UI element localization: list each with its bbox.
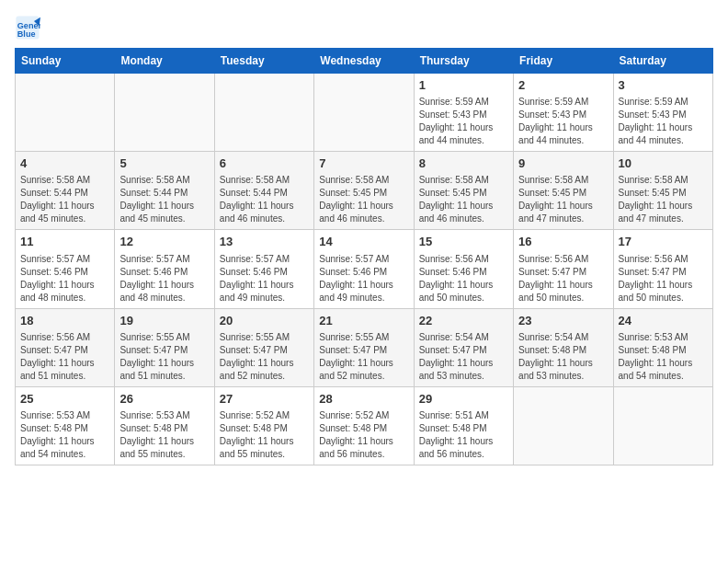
day-info: Sunrise: 5:56 AM Sunset: 5:47 PM Dayligh… [20,331,109,383]
col-header-sunday: Sunday [16,49,115,74]
day-number: 1 [419,77,508,94]
header: General Blue [15,15,713,40]
day-info: Sunrise: 5:58 AM Sunset: 5:45 PM Dayligh… [319,174,408,225]
calendar-cell [314,74,414,152]
day-number: 26 [119,391,209,408]
calendar-cell: 23Sunrise: 5:54 AM Sunset: 5:48 PM Dayli… [514,308,613,386]
calendar-cell: 21Sunrise: 5:55 AM Sunset: 5:47 PM Dayli… [314,308,414,386]
calendar-cell: 18Sunrise: 5:56 AM Sunset: 5:47 PM Dayli… [16,308,115,386]
day-info: Sunrise: 5:55 AM Sunset: 5:47 PM Dayligh… [119,331,209,383]
day-info: Sunrise: 5:52 AM Sunset: 5:48 PM Dayligh… [220,409,309,461]
calendar-cell: 27Sunrise: 5:52 AM Sunset: 5:48 PM Dayli… [214,386,313,465]
day-number: 20 [220,313,309,329]
calendar-cell: 19Sunrise: 5:55 AM Sunset: 5:47 PM Dayli… [115,308,214,386]
calendar-cell: 29Sunrise: 5:51 AM Sunset: 5:48 PM Dayli… [414,386,513,465]
day-info: Sunrise: 5:59 AM Sunset: 5:43 PM Dayligh… [419,96,508,147]
day-number: 6 [220,155,309,172]
calendar-cell: 12Sunrise: 5:57 AM Sunset: 5:46 PM Dayli… [115,230,214,308]
logo-icon: General Blue [15,15,40,40]
calendar-cell: 1Sunrise: 5:59 AM Sunset: 5:43 PM Daylig… [414,74,513,152]
col-header-wednesday: Wednesday [314,49,414,74]
calendar-week-row: 1Sunrise: 5:59 AM Sunset: 5:43 PM Daylig… [16,74,713,152]
day-info: Sunrise: 5:58 AM Sunset: 5:45 PM Dayligh… [419,174,508,225]
calendar-cell: 20Sunrise: 5:55 AM Sunset: 5:47 PM Dayli… [214,308,313,386]
calendar-cell: 3Sunrise: 5:59 AM Sunset: 5:43 PM Daylig… [613,74,712,152]
day-number: 27 [220,391,309,408]
day-number: 23 [518,313,608,329]
day-number: 18 [20,313,109,329]
calendar-week-row: 11Sunrise: 5:57 AM Sunset: 5:46 PM Dayli… [16,230,713,308]
day-number: 14 [319,234,408,250]
day-info: Sunrise: 5:53 AM Sunset: 5:48 PM Dayligh… [20,409,109,461]
calendar-cell: 10Sunrise: 5:58 AM Sunset: 5:45 PM Dayli… [613,152,712,230]
calendar-cell [115,74,214,152]
day-info: Sunrise: 5:54 AM Sunset: 5:48 PM Dayligh… [518,331,608,383]
day-number: 19 [119,313,209,329]
day-number: 12 [119,234,209,250]
day-number: 24 [619,313,708,329]
calendar-cell: 17Sunrise: 5:56 AM Sunset: 5:47 PM Dayli… [613,230,712,308]
day-number: 21 [319,313,408,329]
calendar-header-row: SundayMondayTuesdayWednesdayThursdayFrid… [16,49,713,74]
day-info: Sunrise: 5:53 AM Sunset: 5:48 PM Dayligh… [619,331,708,383]
day-info: Sunrise: 5:58 AM Sunset: 5:44 PM Dayligh… [220,174,309,225]
calendar-cell: 16Sunrise: 5:56 AM Sunset: 5:47 PM Dayli… [514,230,613,308]
col-header-saturday: Saturday [613,49,712,74]
calendar-cell: 14Sunrise: 5:57 AM Sunset: 5:46 PM Dayli… [314,230,414,308]
day-number: 4 [20,155,109,172]
calendar-cell: 4Sunrise: 5:58 AM Sunset: 5:44 PM Daylig… [16,152,115,230]
day-number: 3 [619,77,708,94]
col-header-thursday: Thursday [414,49,513,74]
calendar-cell: 26Sunrise: 5:53 AM Sunset: 5:48 PM Dayli… [115,386,214,465]
day-number: 8 [419,155,508,172]
day-number: 7 [319,155,408,172]
calendar-cell: 28Sunrise: 5:52 AM Sunset: 5:48 PM Dayli… [314,386,414,465]
day-info: Sunrise: 5:57 AM Sunset: 5:46 PM Dayligh… [220,253,309,304]
calendar-cell: 9Sunrise: 5:58 AM Sunset: 5:45 PM Daylig… [514,152,613,230]
day-info: Sunrise: 5:58 AM Sunset: 5:45 PM Dayligh… [518,174,608,225]
day-number: 25 [20,391,109,408]
col-header-tuesday: Tuesday [214,49,313,74]
day-info: Sunrise: 5:59 AM Sunset: 5:43 PM Dayligh… [518,96,608,147]
day-info: Sunrise: 5:56 AM Sunset: 5:46 PM Dayligh… [419,253,508,304]
day-info: Sunrise: 5:57 AM Sunset: 5:46 PM Dayligh… [119,253,209,304]
calendar-cell [16,74,115,152]
calendar-cell [214,74,313,152]
day-info: Sunrise: 5:55 AM Sunset: 5:47 PM Dayligh… [319,331,408,383]
calendar-cell: 13Sunrise: 5:57 AM Sunset: 5:46 PM Dayli… [214,230,313,308]
day-info: Sunrise: 5:51 AM Sunset: 5:48 PM Dayligh… [419,409,508,461]
day-info: Sunrise: 5:52 AM Sunset: 5:48 PM Dayligh… [319,409,408,461]
calendar-cell: 24Sunrise: 5:53 AM Sunset: 5:48 PM Dayli… [613,308,712,386]
calendar-cell: 11Sunrise: 5:57 AM Sunset: 5:46 PM Dayli… [16,230,115,308]
day-number: 28 [319,391,408,408]
col-header-friday: Friday [514,49,613,74]
calendar-cell: 2Sunrise: 5:59 AM Sunset: 5:43 PM Daylig… [514,74,613,152]
day-info: Sunrise: 5:56 AM Sunset: 5:47 PM Dayligh… [619,253,708,304]
day-info: Sunrise: 5:53 AM Sunset: 5:48 PM Dayligh… [119,409,209,461]
day-number: 29 [419,391,508,408]
calendar-cell: 15Sunrise: 5:56 AM Sunset: 5:46 PM Dayli… [414,230,513,308]
day-info: Sunrise: 5:58 AM Sunset: 5:44 PM Dayligh… [20,174,109,225]
day-info: Sunrise: 5:55 AM Sunset: 5:47 PM Dayligh… [220,331,309,383]
calendar-cell [613,386,712,465]
day-number: 11 [20,234,109,250]
calendar-cell: 25Sunrise: 5:53 AM Sunset: 5:48 PM Dayli… [16,386,115,465]
calendar-week-row: 18Sunrise: 5:56 AM Sunset: 5:47 PM Dayli… [16,308,713,386]
day-number: 10 [619,155,708,172]
day-number: 13 [220,234,309,250]
col-header-monday: Monday [115,49,214,74]
day-number: 2 [518,77,608,94]
day-info: Sunrise: 5:58 AM Sunset: 5:44 PM Dayligh… [119,174,209,225]
day-info: Sunrise: 5:56 AM Sunset: 5:47 PM Dayligh… [518,253,608,304]
svg-text:Blue: Blue [17,29,36,39]
calendar-table: SundayMondayTuesdayWednesdayThursdayFrid… [15,48,713,465]
day-number: 5 [119,155,209,172]
calendar-cell [514,386,613,465]
day-info: Sunrise: 5:57 AM Sunset: 5:46 PM Dayligh… [319,253,408,304]
calendar-week-row: 25Sunrise: 5:53 AM Sunset: 5:48 PM Dayli… [16,386,713,465]
calendar-week-row: 4Sunrise: 5:58 AM Sunset: 5:44 PM Daylig… [16,152,713,230]
calendar-cell: 5Sunrise: 5:58 AM Sunset: 5:44 PM Daylig… [115,152,214,230]
day-number: 17 [619,234,708,250]
logo: General Blue [15,15,44,40]
day-number: 22 [419,313,508,329]
